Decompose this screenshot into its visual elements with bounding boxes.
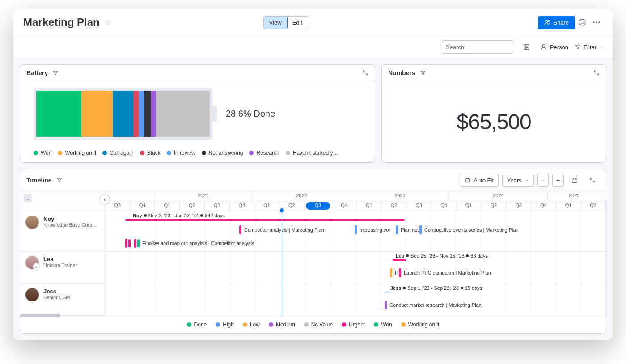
timeline-bar[interactable] [385,292,391,293]
legend-item[interactable]: Done [187,322,207,328]
battery-segment[interactable] [133,91,139,137]
task-conduct-live[interactable]: Conduct live events series | Marketing P… [419,225,519,234]
quarter-header[interactable]: Q1 [254,201,279,211]
svg-point-8 [542,45,545,47]
task-plan-net[interactable]: Plan net [396,225,419,234]
collapse-icon[interactable]: ⌄ [24,194,32,202]
task-market-research[interactable]: Conduct market research | Marketing Plan [385,301,482,309]
timeline-title: Timeline [26,177,52,184]
quarter-header[interactable]: Q1 [155,201,180,211]
timeline-people-column: ⌄ ‹ Noy Knowledge Base Cont… Lea [20,191,105,317]
view-button[interactable]: View [263,16,288,29]
person-noy[interactable]: Noy Knowledge Base Cont… [20,211,105,251]
battery-segment[interactable] [113,91,134,137]
autofit-button[interactable]: Auto Fit [460,174,499,187]
quarter-header[interactable]: Q4 [431,201,457,211]
quarter-header[interactable]: Q3 [406,201,431,211]
save-icon[interactable] [520,40,534,54]
battery-filter-icon[interactable] [52,70,59,76]
legend-item[interactable]: In review [167,150,195,156]
task-increasing[interactable]: Increasing cor [355,225,390,234]
page-title: Marketing Plan [23,16,100,29]
legend-item[interactable]: Won [374,322,392,328]
quarter-header[interactable]: Q2 [180,201,205,211]
timeline-bar[interactable] [125,219,405,221]
avatar [25,216,39,229]
zoom-in-button[interactable]: + [552,174,564,187]
legend-item[interactable]: Working on it [58,150,96,156]
numbers-widget: Numbers $65,500 [381,64,606,163]
battery-segment[interactable] [156,91,210,137]
quarter-header[interactable]: Q4 [332,201,357,211]
task-ppc-f[interactable]: F [390,268,398,277]
legend-item[interactable]: Urgent [342,322,365,328]
quarter-header[interactable]: Q3 [506,201,531,211]
quarter-header[interactable]: Q4 [531,201,556,211]
legend-item[interactable]: No Value [304,322,333,328]
timeline-bar[interactable] [393,259,406,261]
export-icon[interactable] [567,173,582,187]
person-icon [540,43,547,51]
svg-point-2 [579,19,585,25]
quarter-header[interactable]: Q4 [130,201,155,211]
battery-segment[interactable] [151,91,156,137]
quarter-header[interactable]: Q3 [205,201,230,211]
share-button[interactable]: Share [538,16,575,29]
quarter-header[interactable]: Q3 [306,202,331,210]
scroll-left-button[interactable]: ‹ [99,194,110,205]
today-marker [282,208,282,317]
chat-icon[interactable] [575,15,589,30]
header: Marketing Plan ☆ View Edit Share [13,9,613,36]
quarter-header[interactable]: Q1 [556,201,581,211]
year-header: 2023 [351,191,449,201]
scale-select[interactable]: Years [502,174,534,187]
legend-item[interactable]: Research [249,150,279,156]
battery-percent: 28.6% Done [226,109,275,119]
person-jess[interactable]: Jess Senior CSM [20,284,105,316]
legend-item[interactable]: Medium [269,322,295,328]
legend-item[interactable]: Call again [102,150,133,156]
chevron-down-icon [524,178,529,182]
legend-item[interactable]: Working on it [401,322,440,328]
timeline-filter-icon[interactable] [56,177,63,183]
quarter-header[interactable]: Q1 [357,201,382,211]
more-icon[interactable] [589,15,604,30]
legend-item[interactable]: High [216,322,234,328]
quarter-header[interactable]: Q2 [581,201,606,211]
task-finalize[interactable]: Finalize and map out anaylsis | Competit… [125,239,254,248]
edit-button[interactable]: Edit [287,17,308,29]
zoom-out-button[interactable]: − [537,174,549,187]
expand-icon[interactable] [362,70,368,76]
svg-point-3 [593,21,595,23]
people-icon [544,19,550,25]
quarter-header[interactable]: Q2 [382,201,407,211]
legend-item[interactable]: Haven't started y… [286,150,338,156]
avatar [25,288,39,301]
numbers-value: $65,500 [457,110,531,134]
horizontal-scrollbar[interactable] [20,314,60,317]
task-ppc[interactable]: Launch PPC campaign | Marketing Plan [399,268,491,277]
battery-segment[interactable] [36,91,81,137]
quarter-header[interactable]: Q1 [457,201,482,211]
battery-segment[interactable] [139,91,144,137]
legend-item[interactable]: Low [243,322,260,328]
battery-segment[interactable] [81,91,113,137]
legend-item[interactable]: Won [34,150,51,156]
expand-icon[interactable] [593,70,600,76]
timeline-widget: Timeline Auto Fit Years − + [20,169,606,334]
battery-segment[interactable] [144,91,151,137]
timeline-chart[interactable]: 20212022202320242025 Q3Q4Q1Q2Q3Q4Q1Q2Q3Q… [105,191,606,317]
lane-lea: Lea Sep 25, '23 - Nov 15, '23 38 days F … [105,251,606,284]
quarter-header[interactable]: Q2 [482,201,507,211]
legend-item[interactable]: Not answering [202,150,243,156]
person-filter[interactable]: Person [540,43,568,51]
filter-button[interactable]: Filter [575,44,604,51]
quarter-header[interactable]: Q4 [230,201,255,211]
favorite-icon[interactable]: ☆ [104,17,111,27]
person-lea[interactable]: Lea Unicorn Trainer [20,251,105,284]
year-header: 2021 [154,191,253,201]
legend-item[interactable]: Stuck [140,150,161,156]
search-input[interactable] [442,40,513,54]
expand-icon[interactable] [585,173,600,187]
numbers-filter-icon[interactable] [420,70,426,76]
